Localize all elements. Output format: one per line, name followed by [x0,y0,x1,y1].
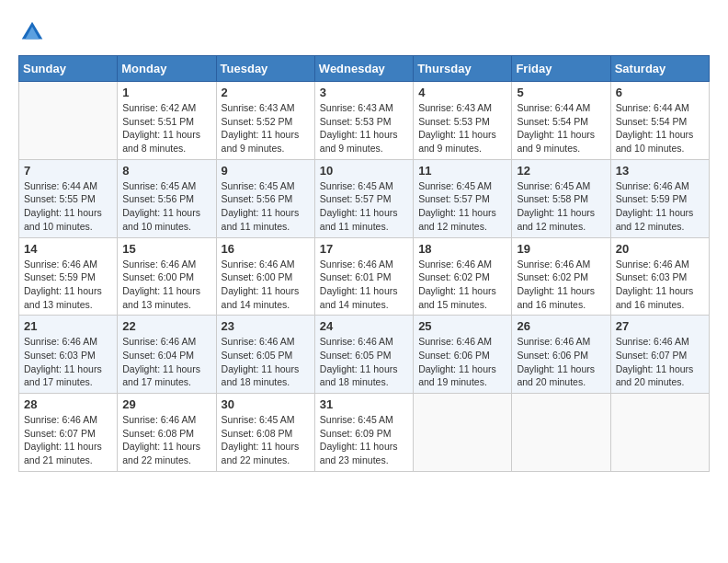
calendar-header-wednesday: Wednesday [314,56,413,82]
calendar-cell: 27Sunrise: 6:46 AM Sunset: 6:07 PM Dayli… [610,316,709,394]
calendar-cell: 23Sunrise: 6:46 AM Sunset: 6:05 PM Dayli… [216,316,314,394]
day-info: Sunrise: 6:45 AM Sunset: 5:57 PM Dayligh… [418,179,506,234]
day-number: 8 [122,164,210,178]
calendar-cell: 7Sunrise: 6:44 AM Sunset: 5:55 PM Daylig… [19,159,118,237]
day-info: Sunrise: 6:45 AM Sunset: 5:56 PM Dayligh… [122,179,210,234]
logo [18,18,50,46]
day-info: Sunrise: 6:44 AM Sunset: 5:55 PM Dayligh… [24,179,112,234]
day-info: Sunrise: 6:46 AM Sunset: 6:00 PM Dayligh… [222,258,310,312]
day-info: Sunrise: 6:46 AM Sunset: 6:03 PM Dayligh… [616,258,704,312]
logo-icon [18,18,46,46]
day-number: 28 [24,397,112,411]
day-info: Sunrise: 6:43 AM Sunset: 5:52 PM Dayligh… [222,101,310,155]
day-number: 16 [222,242,310,256]
day-info: Sunrise: 6:45 AM Sunset: 6:09 PM Dayligh… [320,413,408,467]
calendar-cell: 2Sunrise: 6:43 AM Sunset: 5:52 PM Daylig… [216,82,314,160]
calendar-cell: 30Sunrise: 6:45 AM Sunset: 6:08 PM Dayli… [216,394,314,472]
day-number: 24 [320,319,408,333]
day-number: 4 [418,86,506,99]
calendar-cell: 1Sunrise: 6:42 AM Sunset: 5:51 PM Daylig… [118,82,216,160]
day-number: 15 [122,242,210,256]
calendar-cell: 26Sunrise: 6:46 AM Sunset: 6:06 PM Dayli… [512,316,610,394]
calendar-cell: 10Sunrise: 6:45 AM Sunset: 5:57 PM Dayli… [314,159,413,237]
calendar-cell: 8Sunrise: 6:45 AM Sunset: 5:56 PM Daylig… [118,159,216,237]
calendar-cell: 25Sunrise: 6:46 AM Sunset: 6:06 PM Dayli… [414,316,512,394]
calendar-cell: 21Sunrise: 6:46 AM Sunset: 6:03 PM Dayli… [19,316,118,394]
day-info: Sunrise: 6:46 AM Sunset: 5:59 PM Dayligh… [24,258,112,312]
day-info: Sunrise: 6:46 AM Sunset: 6:02 PM Dayligh… [517,258,605,312]
day-info: Sunrise: 6:46 AM Sunset: 6:00 PM Dayligh… [122,258,210,312]
day-number: 19 [517,242,605,256]
day-info: Sunrise: 6:43 AM Sunset: 5:53 PM Dayligh… [418,101,506,155]
calendar-week-row: 7Sunrise: 6:44 AM Sunset: 5:55 PM Daylig… [19,159,710,237]
day-number: 31 [320,397,408,411]
day-info: Sunrise: 6:46 AM Sunset: 6:03 PM Dayligh… [24,335,112,389]
calendar-cell: 22Sunrise: 6:46 AM Sunset: 6:04 PM Dayli… [118,316,216,394]
calendar-cell: 13Sunrise: 6:46 AM Sunset: 5:59 PM Dayli… [610,159,709,237]
day-info: Sunrise: 6:42 AM Sunset: 5:51 PM Dayligh… [122,101,210,155]
day-number: 21 [24,319,112,333]
calendar-cell [414,394,512,472]
day-number: 30 [222,397,310,411]
day-info: Sunrise: 6:45 AM Sunset: 5:58 PM Dayligh… [517,179,605,234]
day-info: Sunrise: 6:46 AM Sunset: 6:05 PM Dayligh… [222,335,310,389]
calendar-cell: 15Sunrise: 6:46 AM Sunset: 6:00 PM Dayli… [118,237,216,316]
calendar-cell [512,394,610,472]
calendar-cell: 3Sunrise: 6:43 AM Sunset: 5:53 PM Daylig… [314,82,413,160]
calendar-cell [610,394,709,472]
day-number: 5 [517,86,605,99]
calendar-header-row: SundayMondayTuesdayWednesdayThursdayFrid… [19,56,710,82]
calendar-week-row: 1Sunrise: 6:42 AM Sunset: 5:51 PM Daylig… [19,82,710,160]
day-info: Sunrise: 6:46 AM Sunset: 6:06 PM Dayligh… [517,335,605,389]
calendar-header-thursday: Thursday [414,56,512,82]
day-info: Sunrise: 6:43 AM Sunset: 5:53 PM Dayligh… [320,101,408,155]
day-number: 11 [418,164,506,178]
calendar-cell: 24Sunrise: 6:46 AM Sunset: 6:05 PM Dayli… [314,316,413,394]
day-number: 18 [418,242,506,256]
calendar-header-sunday: Sunday [19,56,118,82]
calendar-week-row: 14Sunrise: 6:46 AM Sunset: 5:59 PM Dayli… [19,237,710,316]
calendar-header-tuesday: Tuesday [216,56,314,82]
day-info: Sunrise: 6:44 AM Sunset: 5:54 PM Dayligh… [517,101,605,155]
day-number: 12 [517,164,605,178]
calendar-cell: 16Sunrise: 6:46 AM Sunset: 6:00 PM Dayli… [216,237,314,316]
day-number: 17 [320,242,408,256]
calendar-cell [19,82,118,160]
day-info: Sunrise: 6:46 AM Sunset: 6:04 PM Dayligh… [122,335,210,389]
day-number: 27 [616,319,704,333]
calendar-cell: 31Sunrise: 6:45 AM Sunset: 6:09 PM Dayli… [314,394,413,472]
day-info: Sunrise: 6:46 AM Sunset: 6:02 PM Dayligh… [418,258,506,312]
calendar-cell: 20Sunrise: 6:46 AM Sunset: 6:03 PM Dayli… [610,237,709,316]
day-number: 9 [222,164,310,178]
day-info: Sunrise: 6:45 AM Sunset: 5:56 PM Dayligh… [222,179,310,234]
calendar-header-saturday: Saturday [610,56,709,82]
calendar-cell: 28Sunrise: 6:46 AM Sunset: 6:07 PM Dayli… [19,394,118,472]
day-info: Sunrise: 6:45 AM Sunset: 5:57 PM Dayligh… [320,179,408,234]
calendar-cell: 17Sunrise: 6:46 AM Sunset: 6:01 PM Dayli… [314,237,413,316]
day-number: 13 [616,164,704,178]
day-info: Sunrise: 6:46 AM Sunset: 5:59 PM Dayligh… [616,179,704,234]
calendar-week-row: 28Sunrise: 6:46 AM Sunset: 6:07 PM Dayli… [19,394,710,472]
day-info: Sunrise: 6:44 AM Sunset: 5:54 PM Dayligh… [616,101,704,155]
calendar-cell: 12Sunrise: 6:45 AM Sunset: 5:58 PM Dayli… [512,159,610,237]
calendar-cell: 18Sunrise: 6:46 AM Sunset: 6:02 PM Dayli… [414,237,512,316]
day-number: 20 [616,242,704,256]
day-info: Sunrise: 6:46 AM Sunset: 6:07 PM Dayligh… [616,335,704,389]
day-number: 6 [616,86,704,99]
calendar-cell: 29Sunrise: 6:46 AM Sunset: 6:08 PM Dayli… [118,394,216,472]
calendar-cell: 4Sunrise: 6:43 AM Sunset: 5:53 PM Daylig… [414,82,512,160]
day-info: Sunrise: 6:45 AM Sunset: 6:08 PM Dayligh… [222,413,310,467]
calendar-header-friday: Friday [512,56,610,82]
calendar-table: SundayMondayTuesdayWednesdayThursdayFrid… [18,55,710,472]
calendar-week-row: 21Sunrise: 6:46 AM Sunset: 6:03 PM Dayli… [19,316,710,394]
calendar-header-monday: Monday [118,56,216,82]
day-number: 14 [24,242,112,256]
day-number: 22 [122,319,210,333]
calendar-cell: 5Sunrise: 6:44 AM Sunset: 5:54 PM Daylig… [512,82,610,160]
calendar-cell: 14Sunrise: 6:46 AM Sunset: 5:59 PM Dayli… [19,237,118,316]
day-info: Sunrise: 6:46 AM Sunset: 6:05 PM Dayligh… [320,335,408,389]
calendar-cell: 19Sunrise: 6:46 AM Sunset: 6:02 PM Dayli… [512,237,610,316]
day-number: 7 [24,164,112,178]
day-info: Sunrise: 6:46 AM Sunset: 6:06 PM Dayligh… [418,335,506,389]
day-number: 29 [122,397,210,411]
